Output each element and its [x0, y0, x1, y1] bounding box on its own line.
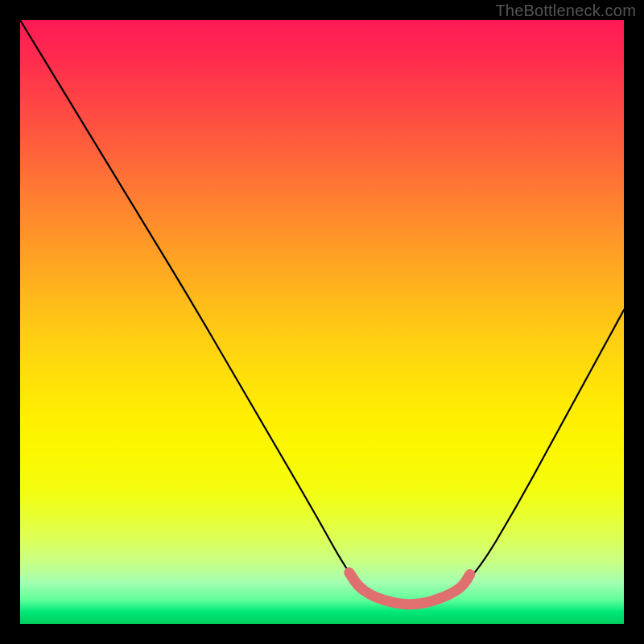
chart-frame: TheBottleneck.com — [0, 0, 644, 644]
plot-area — [20, 20, 624, 624]
attribution-text: TheBottleneck.com — [495, 2, 636, 20]
bottleneck-curve-path — [20, 20, 624, 604]
curve-svg — [20, 20, 624, 624]
marker-segment-path — [349, 572, 470, 604]
